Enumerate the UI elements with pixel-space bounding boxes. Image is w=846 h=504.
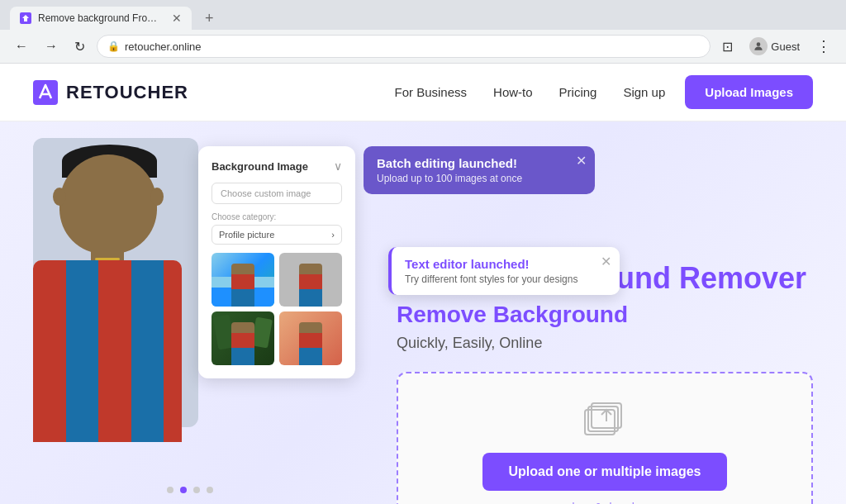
address-bar[interactable]: 🔒 retoucher.online xyxy=(97,35,711,58)
new-tab-button[interactable]: + xyxy=(198,10,221,27)
bg-panel-arrow-icon: ∨ xyxy=(334,159,342,173)
bg-thumb-orange[interactable] xyxy=(279,311,342,365)
logo-icon xyxy=(33,80,58,105)
notification-text-editor: ✕ Text editor launched! Try different fo… xyxy=(388,247,620,295)
website: RETOUCHER For Business How-to Pricing Si… xyxy=(0,64,846,504)
profile-button[interactable]: Guest xyxy=(743,36,806,57)
browser-toolbar: ← → ↻ 🔒 retoucher.online ⊡ Guest ⋮ xyxy=(0,30,846,63)
svg-point-0 xyxy=(757,42,761,46)
browser-menu-button[interactable]: ⋮ xyxy=(811,34,836,59)
bg-thumb-grey[interactable] xyxy=(279,253,342,307)
hero-subtitle: Remove Background xyxy=(397,302,813,328)
extensions-button[interactable]: ⊡ xyxy=(717,36,738,58)
category-value: Profile picture xyxy=(219,230,274,240)
notification-2-subtitle: Try different font styles for your desig… xyxy=(405,273,606,285)
favicon xyxy=(20,12,31,24)
logo-text: RETOUCHER xyxy=(66,82,188,103)
bg-panel-header: Background Image ∨ xyxy=(212,159,342,173)
reload-button[interactable]: ↻ xyxy=(69,36,90,58)
notification-2-title: Text editor launched! xyxy=(405,257,606,271)
nav-links: For Business How-to Pricing Sign up xyxy=(395,85,666,99)
address-text: retoucher.online xyxy=(125,40,700,53)
logo[interactable]: RETOUCHER xyxy=(33,80,188,105)
back-button[interactable]: ← xyxy=(10,36,33,57)
category-chevron-icon: › xyxy=(331,230,335,240)
person-image xyxy=(17,130,215,460)
dot-2[interactable] xyxy=(180,487,187,493)
upload-drop-zone[interactable]: Upload one or multiple images or drag & … xyxy=(397,372,813,504)
bg-panel-title: Background Image xyxy=(212,160,308,173)
hero-right: ✕ Batch editing launched! Upload up to 1… xyxy=(380,121,846,504)
lock-icon: 🔒 xyxy=(107,40,120,52)
category-label: Choose category: xyxy=(212,212,342,221)
notification-2-close-button[interactable]: ✕ xyxy=(601,254,611,269)
notification-batch-editing: ✕ Batch editing launched! Upload up to 1… xyxy=(364,146,595,194)
nav-how-to[interactable]: How-to xyxy=(493,85,533,99)
profile-icon xyxy=(749,37,768,55)
upload-drag-text: or drag & drop here xyxy=(415,501,795,504)
forward-button[interactable]: → xyxy=(40,36,63,57)
hero-left: Background Image ∨ Choose custom image C… xyxy=(0,121,380,504)
upload-stack-icon xyxy=(415,398,795,443)
dot-3[interactable] xyxy=(193,487,200,493)
navbar: RETOUCHER For Business How-to Pricing Si… xyxy=(0,64,846,121)
category-select[interactable]: Profile picture › xyxy=(212,225,342,245)
carousel-dots xyxy=(167,487,213,493)
svg-rect-1 xyxy=(33,80,58,105)
tab-close-icon[interactable]: ✕ xyxy=(172,12,182,25)
bg-thumb-tropical[interactable] xyxy=(212,311,274,365)
notification-1-close-button[interactable]: ✕ xyxy=(576,153,587,169)
background-thumbnails-grid xyxy=(212,253,342,365)
hero-tagline: Quickly, Easily, Online xyxy=(397,335,813,352)
dot-1[interactable] xyxy=(167,487,173,493)
bg-thumb-beach[interactable] xyxy=(212,253,274,307)
navbar-upload-button[interactable]: Upload Images xyxy=(685,75,813,109)
notification-1-title: Batch editing launched! xyxy=(377,156,582,170)
background-image-panel: Background Image ∨ Choose custom image C… xyxy=(198,146,355,378)
dot-4[interactable] xyxy=(207,487,213,493)
toolbar-actions: ⊡ Guest ⋮ xyxy=(717,34,836,59)
browser-tab[interactable]: Remove background From Ima... ✕ xyxy=(10,7,192,30)
profile-label: Guest xyxy=(771,40,800,53)
browser-titlebar: Remove background From Ima... ✕ + xyxy=(0,0,846,30)
browser-chrome: Remove background From Ima... ✕ + ← → ↻ … xyxy=(0,0,846,64)
notification-1-subtitle: Upload up to 100 images at once xyxy=(377,173,582,184)
nav-for-business[interactable]: For Business xyxy=(395,85,468,99)
upload-images-button[interactable]: Upload one or multiple images xyxy=(482,453,728,491)
choose-custom-image-button[interactable]: Choose custom image xyxy=(212,183,342,204)
hero-section: Background Image ∨ Choose custom image C… xyxy=(0,121,846,504)
tab-title: Remove background From Ima... xyxy=(38,12,165,24)
nav-pricing[interactable]: Pricing xyxy=(559,85,597,99)
nav-sign-up[interactable]: Sign up xyxy=(623,85,665,99)
